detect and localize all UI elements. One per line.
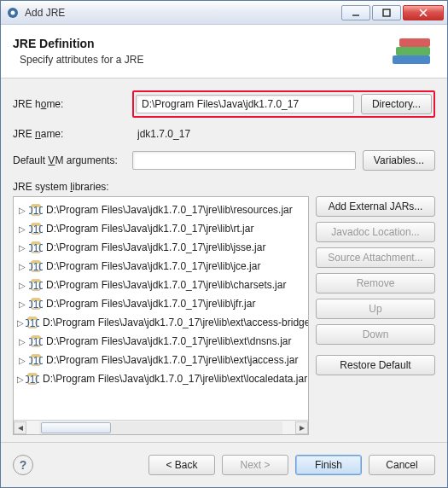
scroll-right-icon[interactable]: ▸ [295, 421, 308, 434]
library-path: D:\Program Files\Java\jdk1.7.0_17\jre\li… [43, 317, 308, 328]
library-path: D:\Program Files\Java\jdk1.7.0_17\jre\li… [46, 260, 260, 272]
jar-icon: 010 [26, 316, 39, 329]
banner: JRE Definition Specify attributes for a … [1, 25, 447, 78]
variables-button[interactable]: Variables... [363, 150, 435, 171]
jre-home-input[interactable] [136, 95, 354, 113]
scroll-left-icon[interactable]: ◂ [14, 421, 26, 434]
dialog-window: Add JRE JRE Definition Specify attribute… [0, 0, 448, 488]
system-libraries-label: JRE system libraries: [13, 181, 435, 193]
add-external-jars-button[interactable]: Add External JARs... [316, 196, 435, 217]
jar-icon: 010 [29, 334, 43, 348]
library-path: D:\Program Files\Java\jdk1.7.0_17\jre\li… [46, 279, 286, 291]
jar-icon: 010 [26, 372, 39, 386]
jar-icon: 010 [29, 278, 43, 292]
jar-icon: 010 [29, 353, 43, 367]
svg-text:010: 010 [29, 355, 43, 367]
expand-icon[interactable]: ▷ [17, 375, 24, 384]
help-icon[interactable]: ? [13, 455, 33, 475]
library-item[interactable]: ▷010D:\Program Files\Java\jdk1.7.0_17\jr… [15, 332, 306, 351]
jar-icon: 010 [29, 222, 43, 235]
finish-button[interactable]: Finish [295, 455, 362, 475]
wizard-footer: ? < Back Next > Finish Cancel [1, 442, 447, 487]
expand-icon[interactable]: ▷ [17, 356, 27, 365]
app-icon [6, 6, 20, 20]
window-title: Add JRE [25, 7, 340, 19]
expand-icon[interactable]: ▷ [17, 299, 27, 309]
restore-default-button[interactable]: Restore Default [316, 355, 435, 375]
banner-subtext: Specify attributes for a JRE [20, 54, 387, 66]
maximize-button[interactable] [372, 5, 401, 20]
library-item[interactable]: ▷010D:\Program Files\Java\jdk1.7.0_17\jr… [15, 219, 306, 238]
expand-icon[interactable]: ▷ [17, 262, 27, 271]
expand-icon[interactable]: ▷ [17, 281, 27, 290]
close-button[interactable] [403, 5, 444, 20]
minimize-button[interactable] [341, 5, 370, 20]
expand-icon[interactable]: ▷ [17, 337, 27, 346]
library-path: D:\Program Files\Java\jdk1.7.0_17\jre\li… [46, 204, 293, 216]
cancel-button[interactable]: Cancel [369, 455, 435, 475]
expand-icon[interactable]: ▷ [17, 224, 27, 234]
library-path: D:\Program Files\Java\jdk1.7.0_17\jre\li… [46, 354, 298, 366]
library-item[interactable]: ▷010D:\Program Files\Java\jdk1.7.0_17\jr… [15, 276, 306, 294]
svg-text:010: 010 [29, 224, 43, 235]
library-item[interactable]: ▷010D:\Program Files\Java\jdk1.7.0_17\jr… [15, 294, 306, 313]
expand-icon[interactable]: ▷ [17, 318, 24, 328]
jar-icon: 010 [29, 297, 43, 311]
vm-args-label: Default VM arguments: [13, 154, 132, 166]
jre-home-label: JRE home: [13, 98, 132, 110]
jar-icon: 010 [29, 203, 43, 217]
jre-home-highlight: Directory... [132, 90, 435, 118]
svg-text:010: 010 [29, 280, 43, 292]
svg-text:010: 010 [29, 336, 43, 348]
down-button[interactable]: Down [316, 324, 435, 345]
javadoc-location-button[interactable]: Javadoc Location... [316, 222, 435, 242]
titlebar[interactable]: Add JRE [1, 1, 447, 25]
library-path: D:\Program Files\Java\jdk1.7.0_17\jre\li… [46, 298, 255, 310]
back-button[interactable]: < Back [148, 455, 215, 475]
up-button[interactable]: Up [316, 299, 435, 319]
directory-button[interactable]: Directory... [361, 94, 432, 114]
svg-text:010: 010 [29, 205, 43, 217]
svg-text:010: 010 [29, 261, 43, 273]
svg-rect-7 [396, 47, 430, 55]
expand-icon[interactable]: ▷ [17, 206, 27, 215]
scroll-thumb[interactable] [41, 422, 111, 433]
jre-name-input[interactable] [132, 125, 435, 143]
library-path: D:\Program Files\Java\jdk1.7.0_17\jre\li… [43, 373, 307, 385]
library-item[interactable]: ▷010D:\Program Files\Java\jdk1.7.0_17\jr… [15, 200, 306, 219]
remove-button[interactable]: Remove [316, 273, 435, 293]
svg-rect-6 [393, 55, 430, 64]
vm-args-input[interactable] [132, 151, 356, 170]
library-path: D:\Program Files\Java\jdk1.7.0_17\jre\li… [46, 241, 265, 253]
source-attachment-button[interactable]: Source Attachment... [316, 247, 435, 268]
library-item[interactable]: ▷010D:\Program Files\Java\jdk1.7.0_17\jr… [15, 257, 306, 276]
svg-rect-3 [383, 9, 390, 16]
svg-text:010: 010 [26, 317, 39, 329]
expand-icon[interactable]: ▷ [17, 243, 27, 253]
library-item[interactable]: ▷010D:\Program Files\Java\jdk1.7.0_17\jr… [15, 313, 306, 332]
libraries-tree[interactable]: ▷010D:\Program Files\Java\jdk1.7.0_17\jr… [13, 196, 309, 435]
library-path: D:\Program Files\Java\jdk1.7.0_17\jre\li… [46, 223, 253, 235]
svg-text:010: 010 [29, 242, 43, 254]
horizontal-scrollbar[interactable]: ◂ ▸ [14, 420, 308, 434]
library-item[interactable]: ▷010D:\Program Files\Java\jdk1.7.0_17\jr… [15, 238, 306, 257]
library-item[interactable]: ▷010D:\Program Files\Java\jdk1.7.0_17\jr… [15, 369, 306, 388]
library-item[interactable]: ▷010D:\Program Files\Java\jdk1.7.0_17\jr… [15, 351, 306, 369]
svg-rect-8 [399, 38, 430, 47]
svg-text:010: 010 [29, 299, 43, 311]
next-button[interactable]: Next > [222, 455, 288, 475]
banner-heading: JRE Definition [13, 37, 387, 50]
jar-icon: 010 [29, 259, 43, 273]
jar-icon: 010 [29, 241, 43, 254]
jre-name-label: JRE name: [13, 128, 132, 140]
svg-text:010: 010 [26, 374, 39, 386]
library-path: D:\Program Files\Java\jdk1.7.0_17\jre\li… [46, 335, 291, 347]
books-icon [387, 33, 435, 69]
svg-point-1 [11, 10, 15, 15]
